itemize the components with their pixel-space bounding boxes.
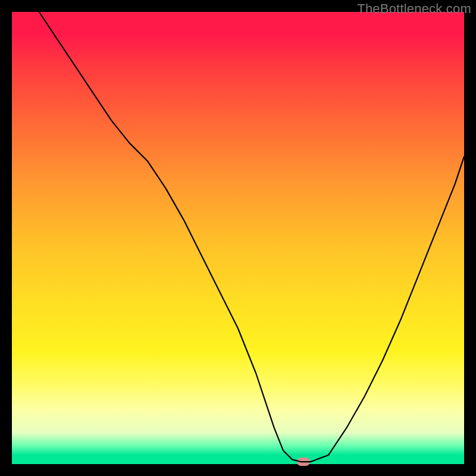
bottleneck-marker [297,458,310,466]
curve-path [39,12,464,462]
watermark-text: TheBottleneck.com [357,1,471,17]
chart-plot-area [12,12,464,464]
chart-frame: TheBottleneck.com [0,0,476,476]
chart-curve [12,12,464,464]
